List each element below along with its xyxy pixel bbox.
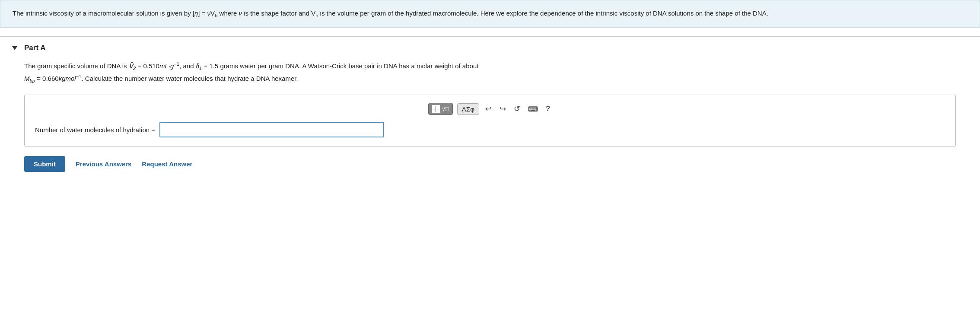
info-text: The intrinsic viscosity of a macromolecu… bbox=[13, 10, 768, 17]
answer-box: √□ AΣφ ↩ ↪ ↺ ⌨ ? Number of water molecu bbox=[24, 95, 956, 146]
question-text: The gram specific volume of DNA is V̄2 =… bbox=[12, 60, 968, 85]
previous-answers-button[interactable]: Previous Answers bbox=[76, 160, 132, 168]
bottom-actions: Submit Previous Answers Request Answer bbox=[12, 154, 968, 181]
undo-icon: ↩ bbox=[485, 105, 492, 113]
input-label: Number of water molecules of hydration = bbox=[35, 126, 155, 134]
keyboard-icon: ⌨ bbox=[528, 105, 538, 113]
math-toolbar: √□ AΣφ ↩ ↪ ↺ ⌨ ? bbox=[33, 103, 947, 115]
keyboard-button[interactable]: ⌨ bbox=[526, 104, 540, 114]
undo-button[interactable]: ↩ bbox=[484, 103, 493, 115]
redo-button[interactable]: ↪ bbox=[498, 103, 508, 115]
math-equation-button[interactable]: √□ bbox=[428, 103, 453, 115]
redo-icon: ↪ bbox=[500, 105, 506, 113]
request-answer-button[interactable]: Request Answer bbox=[142, 160, 192, 168]
info-box: The intrinsic viscosity of a macromolecu… bbox=[0, 0, 980, 28]
refresh-icon: ↺ bbox=[514, 105, 520, 113]
submit-button[interactable]: Submit bbox=[24, 156, 65, 172]
input-row: Number of water molecules of hydration = bbox=[33, 122, 947, 137]
part-a-label: Part A bbox=[24, 44, 45, 52]
collapse-chevron-icon[interactable] bbox=[12, 46, 17, 50]
part-a-section: Part A The gram specific volume of DNA i… bbox=[0, 37, 980, 181]
text-mode-button[interactable]: AΣφ bbox=[457, 103, 479, 115]
text-btn-label: AΣφ bbox=[462, 105, 474, 113]
help-button[interactable]: ? bbox=[544, 104, 552, 114]
part-a-header: Part A bbox=[12, 44, 968, 52]
reset-button[interactable]: ↺ bbox=[512, 103, 522, 115]
math-btn-label: √□ bbox=[442, 105, 449, 112]
answer-input[interactable] bbox=[159, 122, 384, 137]
help-icon: ? bbox=[546, 105, 550, 113]
matrix-icon bbox=[432, 105, 440, 113]
